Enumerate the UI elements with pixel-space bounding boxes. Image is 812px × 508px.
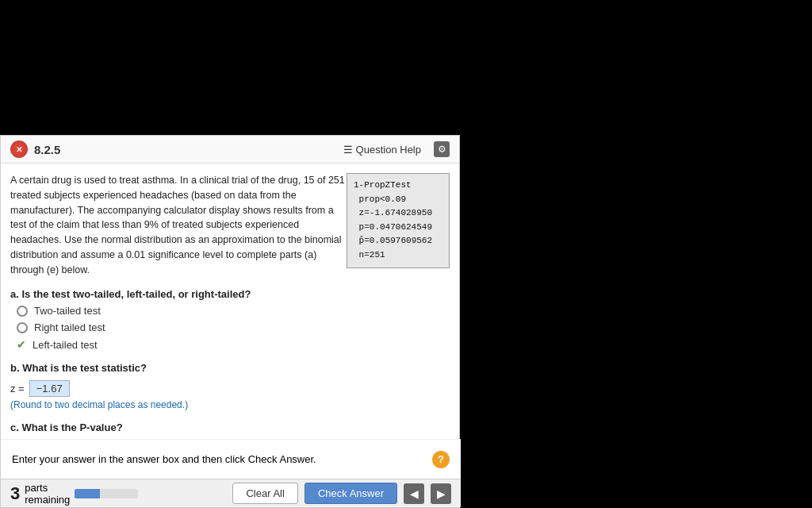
content-area: A certain drug is used to treat asthma. … — [1, 164, 459, 479]
part-b-label: b. What is the test statistic? — [10, 362, 450, 374]
settings-button[interactable]: ⚙ — [434, 141, 450, 157]
parts-number: 3 — [10, 483, 20, 504]
clear-all-button[interactable]: Clear All — [232, 483, 297, 504]
part-a-label: a. Is the test two-tailed, left-tailed, … — [10, 288, 450, 300]
progress-bar — [75, 489, 138, 498]
next-button[interactable]: ▶ — [431, 483, 451, 504]
calculator-display: 1-PropZTest prop<0.09 z=-1.67402895​0 p=… — [347, 173, 450, 268]
z-label: z = — [10, 383, 25, 394]
calc-line-3: z=-1.67402895​0 — [354, 206, 442, 221]
calc-line-1: 1-PropZTest — [354, 179, 442, 193]
radio-right-tailed[interactable] — [17, 322, 28, 333]
option-left-tailed[interactable]: ✔ Left-tailed test — [17, 338, 450, 351]
progress-bar-fill — [75, 489, 100, 498]
option-right-tailed[interactable]: Right tailed test — [17, 321, 450, 333]
right-black-area — [460, 0, 812, 508]
footer-bar: 3 parts remaining Clear All Check Answer… — [1, 479, 461, 507]
help-button[interactable]: ? — [432, 451, 450, 468]
logo-icon: ✕ — [10, 140, 28, 158]
parts-text-block: parts remaining — [25, 482, 70, 506]
parts-line2: remaining — [25, 494, 70, 506]
parts-line1: parts — [25, 482, 70, 494]
part-b-answer-row: z = −1.67 — [10, 380, 450, 397]
footer-buttons: Clear All Check Answer ◀ ▶ — [232, 483, 451, 504]
z-value-box: −1.67 — [29, 380, 70, 397]
prev-button[interactable]: ◀ — [404, 483, 424, 504]
calc-line-2: prop<0.09 — [354, 193, 442, 207]
part-c-label: c. What is the P-value? — [10, 421, 450, 433]
problem-text: A certain drug is used to treat asthma. … — [10, 173, 351, 277]
question-help-button[interactable]: ☰ Question Help — [343, 144, 421, 156]
header-bar: ✕ 8.2.5 ☰ Question Help ⚙ — [1, 136, 459, 164]
calc-line-5: p̂=0.0597609562 — [354, 234, 442, 248]
list-icon: ☰ — [343, 144, 353, 156]
header-left: ✕ 8.2.5 — [10, 140, 60, 158]
label-left-tailed: Left-tailed test — [33, 339, 98, 351]
answer-prompt: Enter your answer in the answer box and … — [12, 453, 316, 465]
label-two-tailed: Two-tailed test — [34, 305, 101, 317]
prompt-bar: Enter your answer in the answer box and … — [1, 439, 461, 479]
section-number: 8.2.5 — [34, 143, 60, 156]
main-panel: ✕ 8.2.5 ☰ Question Help ⚙ A certain drug… — [0, 135, 460, 508]
radio-group-a: Two-tailed test Right tailed test ✔ Left… — [17, 305, 450, 351]
part-b-round-note: (Round to two decimal places as needed.) — [10, 399, 450, 410]
header-right: ☰ Question Help ⚙ — [343, 141, 450, 157]
option-two-tailed[interactable]: Two-tailed test — [17, 305, 450, 317]
checkmark-icon: ✔ — [17, 338, 26, 351]
label-right-tailed: Right tailed test — [34, 321, 105, 333]
calc-line-6: n=251 — [354, 248, 442, 263]
radio-two-tailed[interactable] — [17, 306, 28, 317]
top-black-area — [0, 0, 460, 135]
parts-remaining: 3 parts remaining — [10, 482, 138, 506]
calc-line-4: p=0.0470624549 — [354, 221, 442, 235]
check-answer-button[interactable]: Check Answer — [304, 483, 397, 504]
